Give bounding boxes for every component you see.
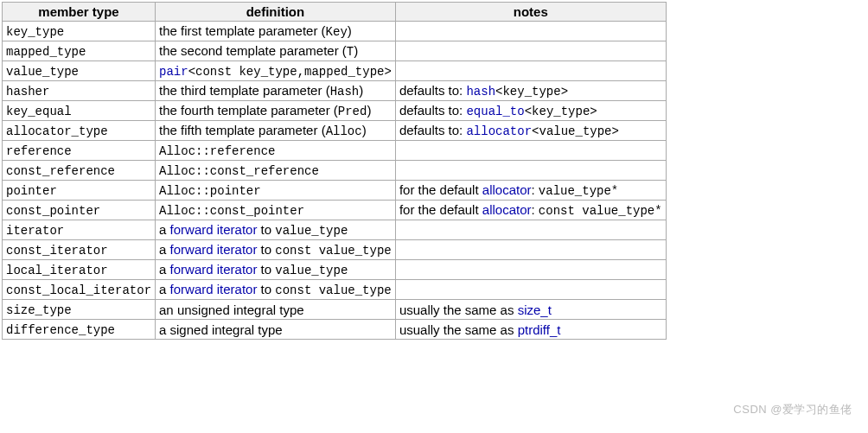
member-type-code: mapped_type bbox=[6, 45, 86, 59]
table-row: allocator_typethe fifth template paramet… bbox=[3, 121, 667, 141]
header-definition: definition bbox=[156, 3, 396, 22]
cell-notes bbox=[395, 260, 666, 280]
member-type-code: allocator_type bbox=[6, 124, 108, 138]
cell-notes bbox=[395, 41, 666, 61]
code-text: value_type bbox=[275, 264, 348, 277]
doc-link[interactable]: pair bbox=[159, 65, 188, 79]
table-row: const_referenceAlloc::const_reference bbox=[3, 161, 667, 181]
table-header-row: member type definition notes bbox=[3, 3, 667, 22]
doc-link[interactable]: allocator bbox=[482, 182, 532, 197]
cell-definition: a forward iterator to const value_type bbox=[156, 240, 396, 260]
cell-notes bbox=[395, 161, 666, 181]
table-row: mapped_typethe second template parameter… bbox=[3, 41, 667, 61]
cell-member-type: local_iterator bbox=[3, 260, 156, 280]
code-link: pair bbox=[159, 65, 188, 79]
code-link: hash bbox=[466, 85, 495, 99]
member-type-code: iterator bbox=[6, 224, 64, 238]
doc-link[interactable]: hash bbox=[466, 85, 495, 99]
member-types-table: member type definition notes key_typethe… bbox=[2, 2, 667, 340]
member-type-code: const_iterator bbox=[6, 244, 108, 258]
member-type-code: const_pointer bbox=[6, 204, 100, 218]
cell-definition: Alloc::const_reference bbox=[156, 161, 396, 181]
cell-definition: Alloc::pointer bbox=[156, 181, 396, 201]
cell-member-type: value_type bbox=[3, 61, 156, 81]
cell-member-type: key_equal bbox=[3, 101, 156, 121]
code-link: equal_to bbox=[466, 105, 524, 118]
code-text: Hash bbox=[330, 85, 360, 99]
cell-definition: a signed integral type bbox=[156, 320, 396, 340]
cell-definition: a forward iterator to value_type bbox=[156, 260, 396, 280]
code-text: <key_type> bbox=[495, 85, 568, 99]
table-row: key_typethe first template parameter (Ke… bbox=[3, 22, 667, 41]
code-text: Alloc::const_pointer bbox=[159, 204, 304, 218]
code-text: const value_type bbox=[275, 283, 391, 297]
code-text: Pred bbox=[338, 105, 367, 118]
cell-notes bbox=[395, 240, 666, 260]
cell-notes: for the default allocator: value_type* bbox=[395, 181, 666, 201]
code-text: Alloc::pointer bbox=[159, 184, 261, 198]
cell-notes: defaults to: allocator<value_type> bbox=[395, 121, 666, 141]
code-text: Alloc bbox=[326, 124, 362, 138]
table-row: pointerAlloc::pointerfor the default all… bbox=[3, 181, 667, 201]
code-text: Alloc::const_reference bbox=[159, 164, 319, 178]
doc-link[interactable]: forward iterator bbox=[170, 262, 258, 277]
cell-definition: an unsigned integral type bbox=[156, 300, 396, 320]
member-type-code: value_type bbox=[6, 65, 79, 79]
member-type-code: const_local_iterator bbox=[6, 283, 151, 297]
cell-definition: the fourth template parameter (Pred) bbox=[156, 101, 396, 121]
code-text: Alloc::reference bbox=[159, 144, 275, 158]
cell-member-type: size_type bbox=[3, 300, 156, 320]
table-row: value_typepair<const key_type,mapped_typ… bbox=[3, 61, 667, 81]
cell-notes: defaults to: equal_to<key_type> bbox=[395, 101, 666, 121]
header-notes: notes bbox=[395, 3, 666, 22]
cell-member-type: reference bbox=[3, 141, 156, 161]
cell-notes bbox=[395, 220, 666, 240]
cell-notes bbox=[395, 61, 666, 81]
table-row: local_iteratora forward iterator to valu… bbox=[3, 260, 667, 280]
code-text: const value_type bbox=[275, 244, 391, 258]
doc-link[interactable]: forward iterator bbox=[170, 282, 258, 296]
doc-link[interactable]: ptrdiff_t bbox=[518, 322, 561, 337]
member-type-code: key_type bbox=[6, 25, 64, 39]
code-text: const value_type* bbox=[539, 204, 662, 218]
table-row: const_local_iteratora forward iterator t… bbox=[3, 280, 667, 300]
doc-link[interactable]: equal_to bbox=[466, 105, 524, 118]
cell-notes bbox=[395, 22, 666, 41]
cell-definition: a forward iterator to value_type bbox=[156, 220, 396, 240]
cell-definition: Alloc::const_pointer bbox=[156, 201, 396, 220]
cell-member-type: const_pointer bbox=[3, 201, 156, 220]
code-text: value_type bbox=[275, 224, 348, 238]
doc-link[interactable]: size_t bbox=[518, 302, 552, 317]
doc-link[interactable]: allocator bbox=[466, 124, 532, 138]
code-text: Key bbox=[326, 25, 348, 39]
doc-link[interactable]: forward iterator bbox=[170, 242, 258, 257]
cell-member-type: const_iterator bbox=[3, 240, 156, 260]
cell-member-type: hasher bbox=[3, 81, 156, 101]
cell-member-type: pointer bbox=[3, 181, 156, 201]
table-row: hasherthe third template parameter (Hash… bbox=[3, 81, 667, 101]
member-type-code: const_reference bbox=[6, 164, 115, 178]
cell-member-type: key_type bbox=[3, 22, 156, 41]
table-row: const_iteratora forward iterator to cons… bbox=[3, 240, 667, 260]
table-row: difference_typea signed integral typeusu… bbox=[3, 320, 667, 340]
cell-member-type: const_reference bbox=[3, 161, 156, 181]
table-row: iteratora forward iterator to value_type bbox=[3, 220, 667, 240]
table-row: key_equalthe fourth template parameter (… bbox=[3, 101, 667, 121]
cell-member-type: difference_type bbox=[3, 320, 156, 340]
code-text: value_type* bbox=[539, 184, 618, 198]
cell-notes: usually the same as ptrdiff_t bbox=[395, 320, 666, 340]
cell-notes: for the default allocator: const value_t… bbox=[395, 201, 666, 220]
cell-member-type: mapped_type bbox=[3, 41, 156, 61]
doc-link[interactable]: allocator bbox=[482, 202, 532, 217]
doc-link[interactable]: forward iterator bbox=[170, 222, 258, 237]
member-type-code: size_type bbox=[6, 303, 72, 317]
table-row: referenceAlloc::reference bbox=[3, 141, 667, 161]
table-row: size_typean unsigned integral typeusuall… bbox=[3, 300, 667, 320]
header-member-type: member type bbox=[3, 3, 156, 22]
cell-notes: usually the same as size_t bbox=[395, 300, 666, 320]
cell-notes: defaults to: hash<key_type> bbox=[395, 81, 666, 101]
cell-member-type: const_local_iterator bbox=[3, 280, 156, 300]
code-text: <value_type> bbox=[532, 124, 619, 138]
cell-member-type: iterator bbox=[3, 220, 156, 240]
cell-definition: the first template parameter (Key) bbox=[156, 22, 396, 41]
